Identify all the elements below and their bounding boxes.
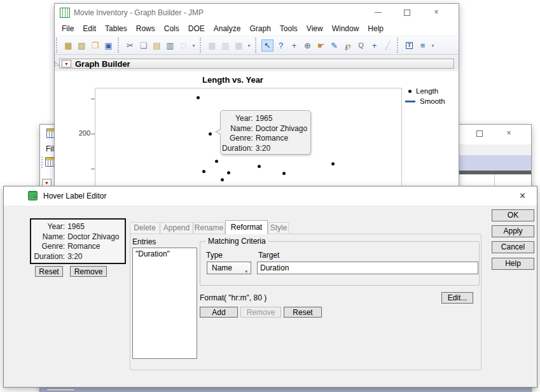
hover-field-label: Duration: (32, 252, 67, 262)
dialog-titlebar: Hover Label Editor × (4, 186, 537, 206)
data-point[interactable] (215, 160, 218, 163)
data-point[interactable] (197, 96, 200, 99)
entries-listbox[interactable]: "Duration" (132, 248, 197, 359)
menu-item-tables[interactable]: Tables (100, 23, 132, 34)
table-hscrollbar[interactable] (40, 388, 531, 392)
menu-item-window[interactable]: Window (328, 23, 364, 34)
menu-item-analyze[interactable]: Analyze (209, 23, 246, 34)
toolbar-overflow-chevron[interactable]: ▾ (246, 39, 252, 52)
matching-criteria-label: Matching Criteria (205, 237, 268, 246)
polygon-lines-icon[interactable]: ≡ (417, 39, 429, 52)
add-button[interactable]: Add (200, 307, 238, 318)
menu-item-graph[interactable]: Graph (245, 23, 275, 34)
remove-button: Remove (240, 307, 281, 318)
ok-button[interactable]: OK (492, 209, 534, 221)
data-point-hovered[interactable] (209, 132, 212, 136)
entries-list-item[interactable]: "Duration" (133, 248, 197, 260)
tab-reformat[interactable]: Reformat (225, 220, 268, 234)
toolbar-group: T≡▾ (397, 38, 439, 53)
scrollbar-thumb[interactable] (46, 388, 75, 391)
graph-builder-header[interactable]: ▼ Graph Builder (59, 59, 454, 69)
data-point[interactable] (331, 162, 335, 165)
preview-remove-button[interactable]: Remove (70, 266, 107, 277)
toolbar: ▦▧❐▣✂❏▤▥□▾▦▥▦▾↖?+⊕☛✎℘Q+╱T≡▾ (55, 36, 459, 55)
data-point[interactable] (221, 178, 224, 181)
toolbar-group: ↖?+⊕☛✎℘Q+╱ (255, 38, 397, 53)
mover-tool-icon[interactable]: + (288, 39, 300, 52)
legend: LengthSmooth (405, 86, 445, 106)
text-box-icon[interactable]: T (403, 39, 415, 52)
menu-item-tools[interactable]: Tools (275, 23, 302, 34)
hover-label-preview: Year:1965Name:Doctor ZhivagoGenre:Romanc… (30, 218, 126, 264)
annotate-plus-icon[interactable]: + (368, 39, 380, 52)
lasso-tool-icon[interactable]: ℘ (342, 39, 354, 52)
maximize-button[interactable] (392, 4, 422, 21)
new-journal-icon[interactable]: ▧ (76, 39, 88, 52)
target-input[interactable] (257, 262, 478, 274)
arrow-cursor-icon[interactable]: ↖ (261, 39, 273, 52)
menu-item-rows[interactable]: Rows (132, 23, 160, 34)
target-label: Target (258, 251, 279, 260)
brush-tool-icon[interactable]: ✎ (328, 39, 340, 52)
close-button[interactable]: × (422, 4, 451, 21)
tab-delete[interactable]: Delete (130, 222, 160, 234)
hover-label-editor-dialog: Hover Label Editor × Year:1965Name:Docto… (3, 186, 537, 388)
menu-item-doe[interactable]: DOE (184, 23, 209, 34)
tab-append[interactable]: Append (160, 222, 193, 234)
cancel-button[interactable]: Cancel (492, 241, 534, 253)
hover-field-value: 3:20 (256, 144, 307, 154)
close-icon[interactable]: × (516, 189, 529, 203)
maximize-button[interactable] (465, 125, 494, 142)
menu-item-cols[interactable]: Cols (160, 23, 184, 34)
format-expression: Format( "hr:m", 80 ) (200, 293, 267, 302)
hover-field-value: 1965 (67, 222, 121, 232)
minimize-button[interactable] (363, 4, 392, 21)
menu-item-help[interactable]: Help (363, 23, 388, 34)
cut-icon[interactable]: ✂ (124, 39, 136, 52)
grabber-hand-icon[interactable]: ☛ (315, 39, 327, 52)
toolbar-overflow-chevron[interactable]: ▾ (191, 39, 197, 52)
hover-field-value: Romance (256, 134, 307, 144)
hover-field-label: Year: (222, 114, 256, 124)
reset-button[interactable]: Reset (284, 307, 322, 318)
apply-button[interactable]: Apply (492, 225, 534, 237)
data-point[interactable] (258, 165, 261, 168)
legend-item-length[interactable]: Length (405, 86, 445, 96)
menu-item-file[interactable]: File (57, 23, 78, 34)
magnifier-tool-icon[interactable]: Q (355, 39, 367, 52)
hover-field-label: Name: (222, 124, 256, 134)
y-axis-tick-label: 200 (71, 129, 90, 137)
legend-item-smooth[interactable]: Smooth (405, 96, 445, 106)
type-dropdown[interactable]: Name ▾ (207, 262, 251, 274)
open-file-icon[interactable]: ❐ (89, 39, 101, 52)
menu-item-view[interactable]: View (302, 23, 328, 34)
edit-button[interactable]: Edit... (441, 292, 473, 304)
copy-icon[interactable]: ❏ (137, 39, 149, 52)
tab-rename[interactable]: Rename (193, 222, 225, 234)
close-button[interactable]: × (494, 125, 523, 142)
new-data-table-icon[interactable]: ▦ (62, 39, 74, 52)
help-button[interactable]: Help (492, 258, 534, 270)
crosshair-tool-icon[interactable]: ⊕ (301, 39, 314, 52)
data-point[interactable] (227, 171, 230, 174)
toolbar-overflow-chevron[interactable]: ▾ (430, 39, 436, 52)
save-file-icon[interactable]: ▣ (102, 39, 114, 52)
preview-reset-button[interactable]: Reset (35, 266, 63, 277)
menu-item-edit[interactable]: Edit (78, 23, 100, 34)
hover-field-label: Name: (32, 232, 67, 242)
data-point[interactable] (202, 170, 205, 173)
help-tool-icon[interactable]: ? (275, 39, 287, 52)
data-point[interactable] (282, 172, 286, 175)
paste-icon[interactable]: ▤ (151, 39, 163, 52)
journal-page-icon[interactable]: ▥ (164, 39, 176, 52)
red-triangle-icon[interactable]: ▼ (62, 60, 71, 67)
legend-line-marker (405, 101, 415, 102)
report-title: Graph Builder (75, 59, 130, 69)
tab-style[interactable]: Style (268, 222, 289, 234)
jmp-app-icon (28, 191, 38, 200)
lock-icon: □ (177, 39, 190, 52)
hover-field-value: Romance (67, 242, 121, 252)
preview-fields: Year:1965Name:Doctor ZhivagoGenre:Romanc… (32, 222, 121, 262)
window-controls: × (363, 4, 451, 21)
hover-field-value: 1965 (256, 114, 307, 124)
